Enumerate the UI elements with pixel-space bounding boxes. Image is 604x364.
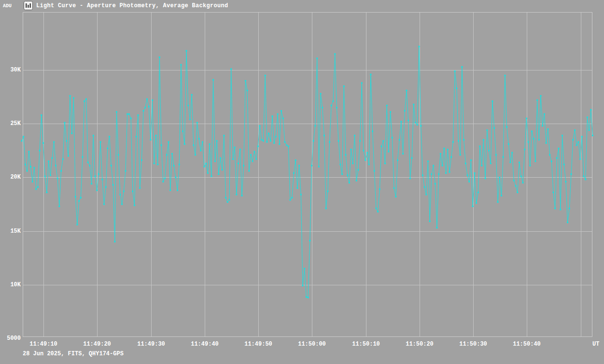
y-tick-label: 15K — [0, 228, 21, 235]
x-tick-label: 11:49:10 — [29, 341, 57, 348]
y-tick-label: 25K — [0, 120, 21, 127]
x-tick-label: 11:50:20 — [406, 341, 434, 348]
x-tick-label: 11:50:10 — [352, 341, 380, 348]
y-tick-label: 20K — [0, 174, 21, 181]
x-tick-label: 11:50:00 — [298, 341, 326, 348]
x-tick-label: 11:49:40 — [191, 341, 219, 348]
x-tick-label: 11:50:30 — [459, 341, 487, 348]
recording-info: 28 Jun 2025, FITS, QHY174-GPS — [23, 350, 124, 357]
lightcurve-series — [22, 46, 593, 297]
x-tick-label: 11:49:20 — [83, 341, 111, 348]
y-tick-label: 30K — [0, 67, 21, 73]
x-axis-unit-label: UT — [592, 341, 599, 348]
y-tick-label: 5000 — [0, 335, 21, 342]
lightcurve-window: ADU Light Curve - Aperture Photometry, A… — [0, 0, 604, 364]
y-tick-label: 10K — [0, 281, 21, 288]
plot-area[interactable] — [0, 0, 604, 364]
x-tick-label: 11:49:30 — [137, 341, 165, 348]
y-axis-unit-label: ADU — [3, 3, 12, 9]
x-tick-label: 11:49:50 — [244, 341, 272, 348]
x-tick-label: 11:50:40 — [513, 341, 541, 348]
grid-lines — [23, 12, 592, 336]
lightcurve-chart-icon — [24, 1, 33, 10]
data-point-markers — [21, 46, 594, 298]
chart-title: Light Curve - Aperture Photometry, Avera… — [36, 2, 228, 9]
plot-border — [23, 13, 592, 337]
